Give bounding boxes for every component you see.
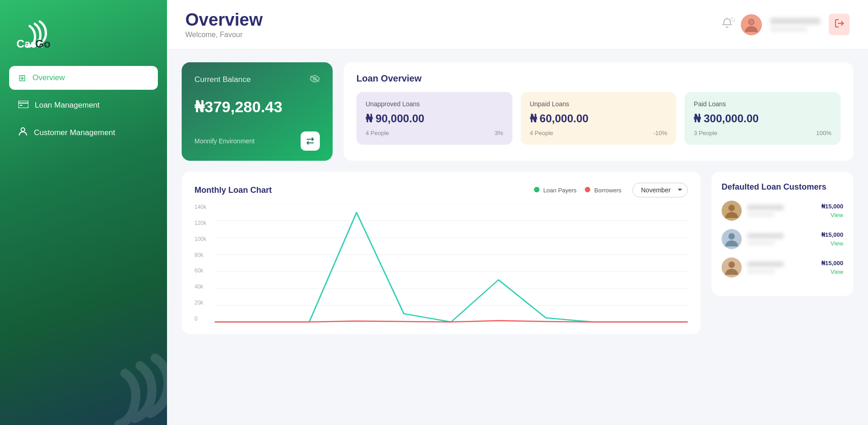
y-axis-labels: 140k 120k 100k 80k 60k 40k 20k 0 <box>194 204 213 323</box>
paid-loan-label: Paid Loans <box>694 100 831 108</box>
defaulted-customers-section: Defaulted Loan Customers ₦15,000 View <box>712 172 853 296</box>
svg-text:Go: Go <box>35 38 50 50</box>
balance-swap-button[interactable] <box>301 131 320 151</box>
paid-loan-card: Paid Loans ₦ 300,000.00 3 People 100% <box>685 92 841 145</box>
paid-loan-footer: 3 People 100% <box>694 130 831 136</box>
borrowers-label: Borrowers <box>594 187 621 194</box>
unapproved-loan-people: 4 People <box>366 130 389 136</box>
defaulted-amount-2: ₦15,000 <box>821 231 843 238</box>
defaulted-view-1[interactable]: View <box>830 212 843 218</box>
top-cards-row: Current Balance ₦379,280.43 Monnify Envi… <box>182 62 853 161</box>
balance-card-header: Current Balance <box>194 75 320 85</box>
unpaid-loan-label: Unpaid Loans <box>530 100 668 108</box>
defaulted-info-1 <box>747 205 816 217</box>
defaulted-amount-3: ₦15,000 <box>821 260 843 267</box>
sidebar-item-customer-management[interactable]: Customer Management <box>9 120 158 145</box>
borrowers-dot <box>585 187 590 192</box>
unapproved-loan-card: Unapproved Loans ₦ 90,000.00 4 People 3% <box>356 92 512 145</box>
unapproved-loan-footer: 4 People 3% <box>366 130 503 136</box>
paid-loan-people: 3 People <box>694 130 717 136</box>
customer-management-icon <box>18 127 27 138</box>
svg-point-9 <box>749 20 754 24</box>
page-title: Overview <box>185 10 263 30</box>
chart-title: Monthly Loan Chart <box>194 185 272 195</box>
loan-payers-legend: Loan Payers <box>534 187 577 194</box>
sidebar-item-overview[interactable]: ⊞ Overview <box>9 66 158 90</box>
unpaid-loan-footer: 4 People -10% <box>530 130 668 136</box>
paid-loan-pct: 100% <box>816 130 831 136</box>
defaulted-info-3 <box>747 262 816 273</box>
chart-header: Monthly Loan Chart Loan Payers Borrowers <box>194 183 688 197</box>
defaulted-name-3 <box>747 262 784 267</box>
defaulted-sub-3 <box>747 269 775 273</box>
user-name <box>770 18 820 24</box>
sidebar-watermark <box>85 338 167 425</box>
balance-footer: Monnify Environment <box>194 131 320 151</box>
content-area: Current Balance ₦379,280.43 Monnify Envi… <box>167 49 868 425</box>
defaulted-name-2 <box>747 233 784 239</box>
balance-label: Current Balance <box>194 75 251 84</box>
svg-point-26 <box>728 262 735 268</box>
header-title-block: Overview Welcome, Favour <box>185 10 263 39</box>
sidebar-item-loan-management-label: Loan Management <box>35 101 100 110</box>
svg-point-22 <box>728 205 735 211</box>
logout-button[interactable] <box>829 14 850 35</box>
svg-rect-4 <box>20 105 22 106</box>
unpaid-loan-pct: -10% <box>653 130 667 136</box>
chart-section: Monthly Loan Chart Loan Payers Borrowers <box>182 172 701 334</box>
defaulted-item-2: ₦15,000 View <box>722 229 843 249</box>
user-info <box>770 18 820 32</box>
unapproved-loan-amount: ₦ 90,000.00 <box>366 112 503 125</box>
unapproved-loan-label: Unapproved Loans <box>366 100 503 108</box>
user-avatar <box>741 14 762 35</box>
header-right: ⃠ <box>722 14 850 35</box>
balance-environment: Monnify Environment <box>194 137 255 145</box>
defaulted-sub-2 <box>747 240 775 245</box>
defaulted-name-1 <box>747 205 784 210</box>
page-subtitle: Welcome, Favour <box>185 31 263 39</box>
loan-management-icon <box>18 100 28 110</box>
avatar-face <box>741 15 761 35</box>
balance-card: Current Balance ₦379,280.43 Monnify Envi… <box>182 62 333 161</box>
header: Overview Welcome, Favour ⃠ <box>167 0 868 49</box>
sidebar-item-customer-management-label: Customer Management <box>34 128 115 137</box>
defaulted-avatar-1 <box>722 201 742 221</box>
month-select[interactable]: November January February March April Ma… <box>632 183 688 197</box>
defaulted-view-3[interactable]: View <box>830 268 843 275</box>
defaulted-item: ₦15,000 View <box>722 201 843 221</box>
bottom-row: Monthly Loan Chart Loan Payers Borrowers <box>182 172 853 334</box>
svg-rect-2 <box>18 101 28 108</box>
user-role <box>770 27 807 32</box>
defaulted-avatar-2 <box>722 229 742 249</box>
defaulted-title: Defaulted Loan Customers <box>722 182 843 192</box>
svg-point-5 <box>21 128 25 131</box>
overview-icon: ⊞ <box>18 72 26 83</box>
loan-overview: Loan Overview Unapproved Loans ₦ 90,000.… <box>344 62 853 161</box>
paid-loan-amount: ₦ 300,000.00 <box>694 112 831 125</box>
loan-payers-dot <box>534 187 539 192</box>
unpaid-loan-card: Unpaid Loans ₦ 60,000.00 4 People -10% <box>521 92 677 145</box>
defaulted-right-1: ₦15,000 View <box>821 203 843 218</box>
unapproved-loan-pct: 3% <box>495 130 503 136</box>
chart-area: 140k 120k 100k 80k 60k 40k 20k 0 <box>194 204 688 323</box>
main-content: Overview Welcome, Favour ⃠ <box>167 0 868 425</box>
defaulted-item-3: ₦15,000 View <box>722 257 843 278</box>
logo-area: Cash Go <box>0 0 167 62</box>
defaulted-sub-1 <box>747 212 775 217</box>
unpaid-loan-people: 4 People <box>530 130 553 136</box>
unpaid-loan-amount: ₦ 60,000.00 <box>530 112 668 125</box>
sidebar-item-overview-label: Overview <box>32 73 65 82</box>
sidebar: Cash Go ⊞ Overview Loan Management Custo… <box>0 0 167 425</box>
defaulted-amount-1: ₦15,000 <box>821 203 843 210</box>
svg-point-24 <box>728 233 735 240</box>
sidebar-item-loan-management[interactable]: Loan Management <box>9 93 158 117</box>
balance-eye-icon[interactable] <box>310 75 320 85</box>
defaulted-right-2: ₦15,000 View <box>821 231 843 247</box>
notification-bell-icon[interactable]: ⃠ <box>722 18 733 32</box>
chart-svg <box>215 204 688 323</box>
chart-legend: Loan Payers Borrowers <box>534 187 622 194</box>
defaulted-right-3: ₦15,000 View <box>821 260 843 275</box>
borrowers-legend: Borrowers <box>585 187 621 194</box>
balance-amount: ₦379,280.43 <box>194 98 320 116</box>
defaulted-view-2[interactable]: View <box>830 240 843 247</box>
